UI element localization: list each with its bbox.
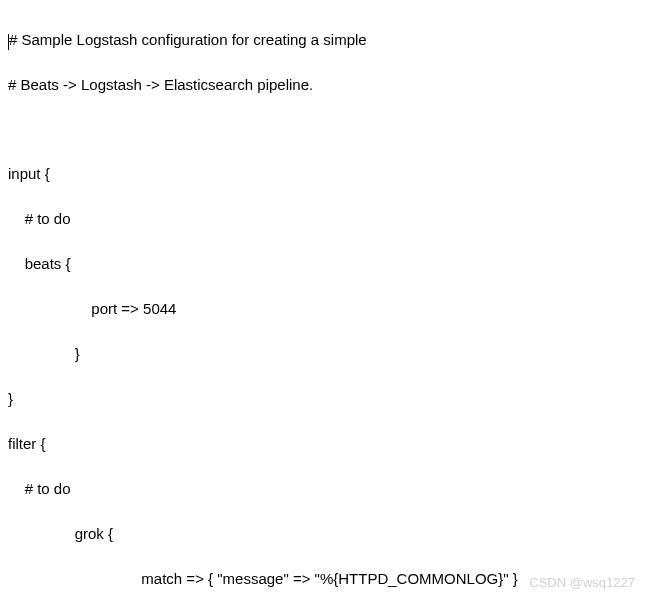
- code-text: input {: [8, 165, 50, 182]
- code-text: # to do: [8, 480, 71, 497]
- code-line: grok {: [8, 523, 645, 546]
- code-line: # to do: [8, 478, 645, 501]
- code-text: beats {: [8, 255, 71, 272]
- code-block: # Sample Logstash configuration for crea…: [8, 6, 645, 600]
- code-line: input {: [8, 163, 645, 186]
- code-line: beats {: [8, 253, 645, 276]
- code-text: filter {: [8, 435, 46, 452]
- code-line: port => 5044: [8, 298, 645, 321]
- code-text: }: [8, 345, 80, 362]
- code-line: # to do: [8, 208, 645, 231]
- text-cursor: [8, 34, 9, 50]
- code-line: # Beats -> Logstash -> Elasticsearch pip…: [8, 74, 645, 97]
- code-line: }: [8, 343, 645, 366]
- code-text: match => { "message" => "%{HTTPD_COMMONL…: [8, 570, 518, 587]
- code-line: # Sample Logstash configuration for crea…: [8, 29, 645, 52]
- code-text: # Beats -> Logstash -> Elasticsearch pip…: [8, 76, 313, 93]
- code-text: # Sample Logstash configuration for crea…: [9, 31, 367, 48]
- watermark-text: CSDN @wsq1227: [529, 573, 635, 593]
- code-line: [8, 119, 645, 141]
- code-text: }: [8, 390, 13, 407]
- code-text: # to do: [8, 210, 71, 227]
- code-text: port => 5044: [8, 300, 176, 317]
- code-text: grok {: [8, 525, 113, 542]
- code-line: filter {: [8, 433, 645, 456]
- code-line: }: [8, 388, 645, 411]
